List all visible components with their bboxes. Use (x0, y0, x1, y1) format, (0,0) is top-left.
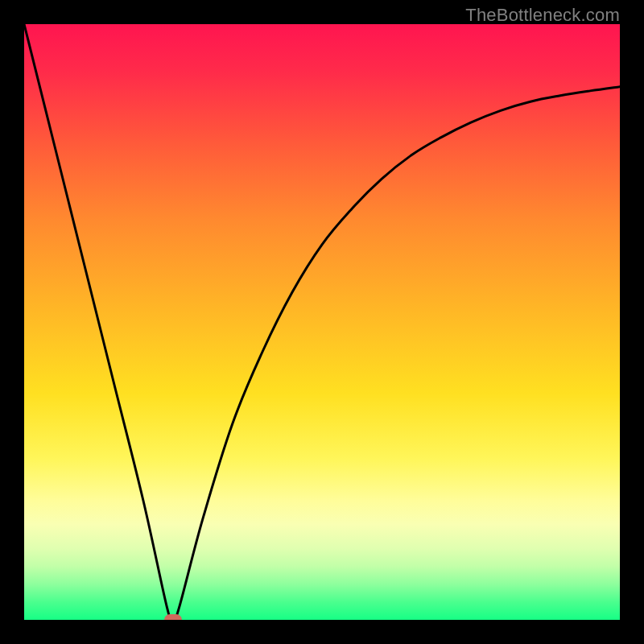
optimal-point-marker (164, 614, 182, 620)
chart-svg (24, 24, 620, 620)
chart-frame (24, 24, 620, 620)
bottleneck-curve (24, 24, 620, 620)
watermark-text: TheBottleneck.com (465, 5, 620, 26)
